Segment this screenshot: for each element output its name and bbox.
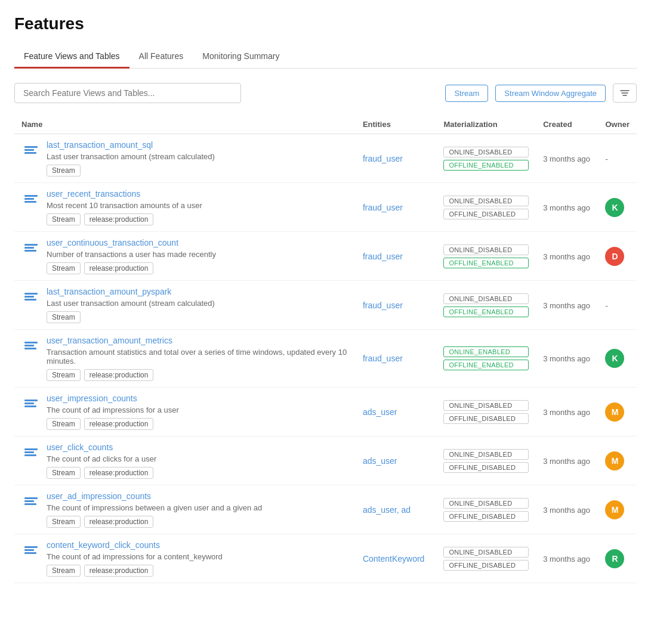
- entity-link[interactable]: fraud_user: [363, 354, 403, 363]
- created-text: 3 months ago: [543, 301, 590, 310]
- entity-link[interactable]: fraud_user: [363, 301, 403, 310]
- tab-feature-views[interactable]: Feature Views and Tables: [14, 45, 129, 69]
- name-cell: user_continuous_transaction_count Number…: [21, 238, 348, 274]
- feature-name-link[interactable]: last_transaction_amount_pyspark: [47, 287, 215, 296]
- feature-description: The count of impressions between a given…: [47, 503, 262, 512]
- filter-options-button[interactable]: [613, 83, 637, 103]
- materialization-badges: ONLINE_DISABLEDOFFLINE_ENABLED: [443, 244, 529, 268]
- tag-list: Streamrelease:production: [47, 369, 348, 381]
- name-cell: last_transaction_amount_pyspark Last use…: [21, 287, 348, 323]
- materialization-badges: ONLINE_DISABLEDOFFLINE_ENABLED: [443, 147, 529, 171]
- owner-empty: -: [605, 301, 607, 310]
- tag[interactable]: release:production: [84, 369, 154, 381]
- name-cell: last_transaction_amount_sql Last user tr…: [21, 140, 348, 177]
- search-box: [14, 83, 241, 103]
- tag[interactable]: Stream: [47, 213, 81, 225]
- content-area: Stream Stream Window Aggregate Name Enti…: [14, 69, 637, 597]
- table-icon: [24, 146, 38, 154]
- table-row: user_click_counts The count of ad clicks…: [14, 436, 637, 485]
- toolbar: Stream Stream Window Aggregate: [14, 83, 637, 103]
- feature-icon: [21, 189, 41, 208]
- feature-name-link[interactable]: user_click_counts: [47, 442, 156, 452]
- tag[interactable]: Stream: [47, 516, 81, 528]
- created-text: 3 months ago: [543, 354, 590, 363]
- owner-empty: -: [605, 154, 607, 163]
- materialization-badges: ONLINE_DISABLEDOFFLINE_ENABLED: [443, 293, 529, 317]
- created-text: 3 months ago: [543, 203, 590, 212]
- tag[interactable]: release:production: [84, 565, 154, 577]
- tag[interactable]: Stream: [47, 165, 81, 177]
- name-info: user_ad_impression_counts The count of i…: [47, 491, 262, 528]
- entity-link[interactable]: ads_user: [363, 456, 397, 466]
- search-input[interactable]: [14, 83, 241, 103]
- tag[interactable]: release:production: [84, 516, 154, 528]
- materialization-badge: OFFLINE_ENABLED: [443, 360, 529, 370]
- stream-filter-button[interactable]: Stream: [445, 85, 488, 102]
- materialization-badge: OFFLINE_DISABLED: [443, 413, 529, 424]
- feature-name-link[interactable]: last_transaction_amount_sql: [47, 140, 215, 150]
- avatar: M: [605, 402, 624, 422]
- entity-link[interactable]: fraud_user: [363, 252, 403, 261]
- feature-icon: [21, 394, 41, 413]
- feature-icon: [21, 491, 41, 510]
- name-info: last_transaction_amount_pyspark Last use…: [47, 287, 215, 323]
- table-icon: [24, 244, 38, 252]
- materialization-badges: ONLINE_ENABLEDOFFLINE_ENABLED: [443, 346, 529, 370]
- tag[interactable]: Stream: [47, 311, 81, 323]
- table-row: user_recent_transactions Most recent 10 …: [14, 183, 637, 232]
- tag[interactable]: release:production: [84, 262, 154, 274]
- entity-link[interactable]: ads_user: [363, 407, 397, 417]
- tag[interactable]: release:production: [84, 418, 154, 430]
- feature-name-link[interactable]: user_transaction_amount_metrics: [47, 336, 348, 345]
- name-info: user_transaction_amount_metrics Transact…: [47, 336, 348, 381]
- tab-all-features[interactable]: All Features: [129, 45, 193, 69]
- entity-link[interactable]: fraud_user: [363, 203, 403, 212]
- materialization-badges: ONLINE_DISABLEDOFFLINE_DISABLED: [443, 547, 529, 571]
- feature-name-link[interactable]: user_continuous_transaction_count: [47, 238, 216, 247]
- entity-link[interactable]: ContentKeyword: [363, 554, 425, 564]
- name-info: user_recent_transactions Most recent 10 …: [47, 189, 202, 225]
- table-icon: [24, 400, 38, 407]
- name-info: content_keyword_click_counts The count o…: [47, 540, 223, 577]
- feature-description: Most recent 10 transaction amounts of a …: [47, 201, 202, 210]
- col-entities: Entities: [356, 115, 437, 134]
- avatar: M: [605, 451, 624, 470]
- tag-list: Stream: [47, 311, 215, 323]
- tag[interactable]: release:production: [84, 213, 154, 225]
- table-icon: [24, 342, 38, 349]
- feature-name-link[interactable]: content_keyword_click_counts: [47, 540, 223, 550]
- tag[interactable]: Stream: [47, 262, 81, 274]
- feature-description: The count of ad impressions for a conten…: [47, 552, 223, 561]
- tag[interactable]: Stream: [47, 369, 81, 381]
- table-row: user_transaction_amount_metrics Transact…: [14, 330, 637, 388]
- materialization-badge: ONLINE_DISABLED: [443, 244, 529, 255]
- entity-link[interactable]: ads_user, ad: [363, 505, 411, 515]
- name-info: user_continuous_transaction_count Number…: [47, 238, 216, 274]
- filter-icon: [619, 88, 630, 98]
- avatar: K: [605, 198, 624, 217]
- tag-list: Stream: [47, 165, 215, 177]
- feature-description: The count of ad clicks for a user: [47, 454, 156, 463]
- page-container: Features Feature Views and Tables All Fe…: [0, 0, 651, 597]
- entity-link[interactable]: fraud_user: [363, 154, 403, 163]
- materialization-badge: OFFLINE_DISABLED: [443, 209, 529, 219]
- materialization-badges: ONLINE_DISABLEDOFFLINE_DISABLED: [443, 400, 529, 424]
- tag-list: Streamrelease:production: [47, 516, 262, 528]
- feature-name-link[interactable]: user_impression_counts: [47, 394, 179, 403]
- stream-window-filter-button[interactable]: Stream Window Aggregate: [495, 85, 606, 102]
- materialization-badge: ONLINE_ENABLED: [443, 346, 529, 357]
- tag[interactable]: Stream: [47, 565, 81, 577]
- feature-icon: [21, 540, 41, 559]
- feature-name-link[interactable]: user_recent_transactions: [47, 189, 202, 199]
- tag[interactable]: Stream: [47, 418, 81, 430]
- tag[interactable]: Stream: [47, 467, 81, 479]
- tab-monitoring[interactable]: Monitoring Summary: [193, 45, 289, 69]
- name-info: user_impression_counts The count of ad i…: [47, 394, 179, 430]
- tag[interactable]: release:production: [84, 467, 154, 479]
- feature-name-link[interactable]: user_ad_impression_counts: [47, 491, 262, 501]
- table-icon: [24, 293, 38, 301]
- materialization-badge: ONLINE_DISABLED: [443, 449, 529, 460]
- name-cell: user_click_counts The count of ad clicks…: [21, 442, 348, 479]
- table-row: user_continuous_transaction_count Number…: [14, 232, 637, 281]
- table-row: last_transaction_amount_sql Last user tr…: [14, 134, 637, 183]
